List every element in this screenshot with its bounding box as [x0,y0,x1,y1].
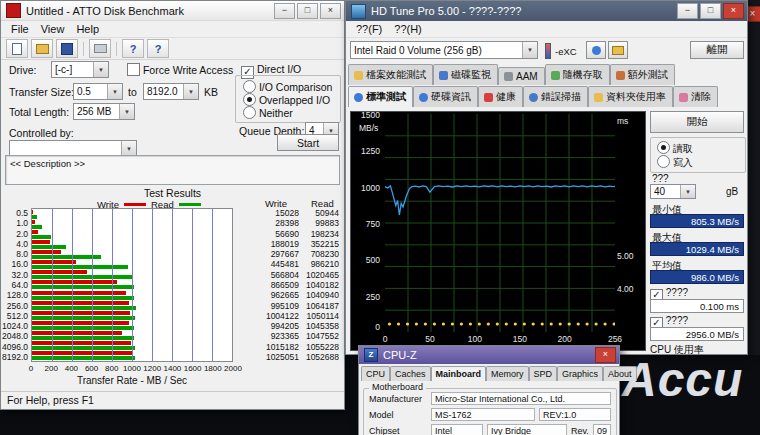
ms-tick: 4.00 [617,284,634,294]
chevron-down-icon[interactable]: ▼ [121,141,136,156]
exit-button[interactable]: 離開 [690,41,744,59]
tab-extra-tests[interactable]: 額外測試 [610,64,675,85]
eraser-icon [679,93,688,102]
menu-help[interactable]: ??(H) [388,22,428,36]
burst-rate-value: 2956.0 MB/s [650,327,744,341]
direct-io-label: Direct I/O [257,63,301,75]
read-value: 50944 [300,208,339,218]
minimize-button[interactable]: − [274,3,295,19]
close-button[interactable]: × [723,3,744,19]
chevron-down-icon[interactable]: ▼ [522,42,537,58]
chevron-down-icon[interactable]: ▼ [119,104,134,119]
x-tick: 1600 [184,364,202,373]
copy-screenshot-button[interactable] [586,41,606,59]
tab-health[interactable]: 健康 [478,86,523,107]
atto-statusbar: For Help, press F1 [1,391,344,409]
read-bar [32,265,128,269]
about-button[interactable]: ? [147,39,169,58]
start-button[interactable]: Start [277,134,339,151]
menu-file[interactable]: ??(F) [350,22,388,36]
minimize-button[interactable]: − [677,3,698,19]
chevron-down-icon[interactable]: ▼ [680,185,695,198]
write-value: 445481 [253,259,299,269]
tab-random-access[interactable]: 隨機存取 [545,64,610,85]
flask-icon [616,71,625,80]
start-benchmark-button[interactable]: 開始 [650,111,744,133]
tab-label: AAM [516,71,538,82]
chevron-down-icon[interactable]: ▼ [107,84,122,99]
radio-icon[interactable] [657,155,670,168]
device-select[interactable]: Intel Raid 0 Volume (256 gB)▼ [350,41,538,59]
menu-view[interactable]: View [35,22,71,36]
tab-caches[interactable]: Caches [390,366,431,381]
test-size-select[interactable]: 40▼ [650,184,696,199]
tab-benchmark[interactable]: 標準測試 [348,86,413,107]
burst-rate-label: ???? [666,315,688,326]
read-bar [32,275,132,279]
radio-icon[interactable] [243,80,256,93]
write-value: 866509 [253,280,299,290]
transfer-from-select[interactable]: 0.5▼ [73,83,123,100]
chevron-down-icon[interactable]: ▼ [183,84,198,99]
kb-label: KB [204,86,218,98]
tab-folder-usage[interactable]: 資料夾使用率 [588,86,673,107]
close-button[interactable]: × [320,3,341,19]
tab-disk-info[interactable]: 硬碟資訊 [413,86,478,107]
maximize-button[interactable]: □ [700,3,721,19]
drive-select[interactable]: [-c-]▼ [51,61,109,78]
device-value: Intel Raid 0 Volume (256 gB) [354,45,482,56]
tab-disk-monitor[interactable]: 磁碟監視 [433,64,498,85]
read-value: 1050114 [300,311,339,321]
open-button[interactable] [31,39,53,58]
options-button[interactable] [608,41,628,59]
x-tick: 50 [425,334,434,344]
save-icon [61,43,73,55]
tab-error-scan[interactable]: 錯誤掃描 [523,86,588,107]
model-rev-value: REV:1.0 [539,408,611,421]
write-value: 962665 [253,290,299,300]
cpuz-window: Z CPU-Z × CPU Caches Mainboard Memory SP… [358,345,620,435]
checkbox-icon[interactable] [127,63,140,76]
x-tick: 1200 [143,364,161,373]
atto-titlebar: Untitled - ATTO Disk Benchmark − □ × [1,1,344,21]
tab-spd[interactable]: SPD [529,366,558,381]
print-button[interactable] [89,39,111,58]
tab-label: 額外測試 [628,68,668,82]
force-write-checkbox[interactable]: Force Write Access [127,63,233,76]
context-help-button[interactable]: ? [122,39,144,58]
maximize-button[interactable]: □ [297,3,318,19]
read-legend-swatch [179,203,201,206]
menu-file[interactable]: File [5,22,35,36]
tab-aam[interactable]: AAM [498,67,545,85]
chevron-down-icon[interactable]: ▼ [93,62,108,77]
radio-neither[interactable]: Neither [243,106,293,119]
tab-graphics[interactable]: Graphics [557,366,603,381]
menu-help[interactable]: Help [70,22,105,36]
row-size-label: 256.0 [1,301,28,311]
tab-memory[interactable]: Memory [486,366,529,381]
transfer-to-select[interactable]: 8192.0▼ [143,83,199,100]
read-value: 986210 [300,259,339,269]
tab-about[interactable]: About [603,366,637,381]
radio-icon[interactable] [243,93,256,106]
tab-cpu[interactable]: CPU [361,366,390,381]
tab-file-benchmark[interactable]: 檔案效能測試 [348,64,433,85]
radio-overlapped-io[interactable]: Overlapped I/O [243,93,330,106]
total-length-select[interactable]: 256 MB▼ [73,103,135,120]
write-value: 297667 [253,249,299,259]
tab-mainboard[interactable]: Mainboard [431,366,487,381]
description-field[interactable]: << Description >> [5,155,340,185]
close-button[interactable]: × [595,347,616,363]
tab-label: 檔案效能測試 [366,68,426,82]
new-button[interactable] [6,39,28,58]
read-radio[interactable]: 讀取 [657,141,693,156]
tab-erase[interactable]: 清除 [673,86,718,107]
y-tick: 500 [351,255,383,265]
write-radio[interactable]: 寫入 [657,155,693,170]
radio-icon[interactable] [243,106,256,119]
radio-icon[interactable] [657,141,670,154]
row-size-label: 4.0 [1,239,28,249]
cpuz-titlebar: Z CPU-Z × [359,346,619,364]
radio-io-comparison[interactable]: I/O Comparison [243,80,332,93]
save-button[interactable] [56,39,78,58]
